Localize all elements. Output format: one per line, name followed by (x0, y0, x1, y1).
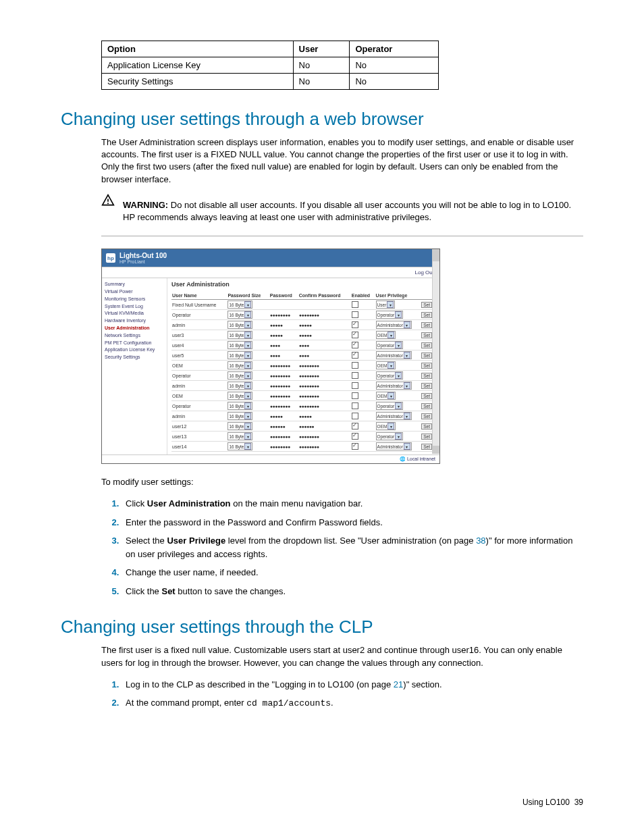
set-button[interactable]: Set (421, 353, 432, 359)
sidebar-item[interactable]: System Event Log (105, 303, 164, 310)
username-cell[interactable]: admin (171, 381, 227, 391)
enabled-checkbox[interactable] (352, 433, 358, 440)
enabled-checkbox[interactable] (352, 392, 358, 399)
privilege-select[interactable]: User▾ (376, 301, 396, 309)
username-cell[interactable]: Operator (171, 371, 227, 381)
username-cell[interactable]: OEM (171, 361, 227, 371)
password-field[interactable]: ●●●●●●●● (269, 432, 298, 442)
password-field[interactable]: ●●●●●●●● (269, 401, 298, 411)
password-field[interactable]: ●●●●●● (269, 421, 298, 432)
confirm-password-field[interactable]: ●●●●● (298, 411, 351, 421)
password-field[interactable]: ●●●●●●●● (269, 361, 298, 371)
username-cell[interactable]: Fixed Null Username (171, 300, 227, 310)
sidebar-item[interactable]: Hardware Inventory (105, 317, 164, 324)
username-cell[interactable]: user12 (171, 421, 227, 432)
pwd-size-select[interactable]: 16 Byte▾ (227, 341, 252, 349)
username-cell[interactable]: admin (171, 411, 227, 421)
page-ref-link[interactable]: 21 (394, 679, 403, 689)
username-cell[interactable]: Operator (171, 401, 227, 411)
username-cell[interactable]: OEM (171, 391, 227, 401)
password-field[interactable] (269, 300, 298, 310)
set-button[interactable]: Set (421, 423, 432, 429)
privilege-select[interactable]: Administrator▾ (376, 382, 412, 390)
privilege-select[interactable]: OEM▾ (376, 331, 396, 339)
set-button[interactable]: Set (421, 363, 432, 369)
pwd-size-select[interactable]: 16 Byte▾ (227, 442, 252, 450)
sidebar-item[interactable]: Summary (105, 281, 164, 288)
sidebar-item[interactable]: Virtual Power (105, 288, 164, 295)
enabled-checkbox[interactable] (352, 382, 358, 389)
enabled-checkbox[interactable] (352, 362, 358, 369)
username-cell[interactable]: admin (171, 320, 227, 330)
enabled-checkbox[interactable] (352, 413, 358, 419)
password-field[interactable]: ●●●●● (269, 320, 298, 330)
privilege-select[interactable]: Operator▾ (376, 402, 404, 410)
pwd-size-select[interactable]: 16 Byte▾ (227, 382, 252, 390)
confirm-password-field[interactable]: ●●●● (298, 340, 351, 350)
privilege-select[interactable]: Operator▾ (376, 311, 404, 319)
confirm-password-field[interactable]: ●●●●●●●● (298, 371, 351, 381)
privilege-select[interactable]: OEM▾ (376, 361, 396, 369)
enabled-checkbox[interactable] (352, 301, 358, 308)
username-cell[interactable]: user3 (171, 330, 227, 340)
username-cell[interactable]: user14 (171, 442, 227, 452)
privilege-select[interactable]: Operator▾ (376, 432, 404, 440)
confirm-password-field[interactable]: ●●●●● (298, 320, 351, 330)
privilege-select[interactable]: Operator▾ (376, 371, 404, 380)
set-button[interactable]: Set (421, 444, 432, 450)
username-cell[interactable]: Operator (171, 310, 227, 320)
set-button[interactable]: Set (421, 403, 432, 409)
confirm-password-field[interactable]: ●●●●●●●● (298, 432, 351, 442)
set-button[interactable]: Set (421, 434, 432, 440)
confirm-password-field[interactable]: ●●●●●●●● (298, 381, 351, 391)
pwd-size-select[interactable]: 16 Byte▾ (227, 422, 252, 430)
enabled-checkbox[interactable] (352, 423, 358, 429)
sidebar-item[interactable]: PM PET Configuration (105, 340, 164, 346)
set-button[interactable]: Set (421, 342, 432, 348)
enabled-checkbox[interactable] (352, 352, 358, 359)
set-button[interactable]: Set (421, 413, 432, 419)
privilege-select[interactable]: OEM▾ (376, 392, 396, 400)
privilege-select[interactable]: Administrator▾ (376, 442, 412, 450)
pwd-size-select[interactable]: 16 Byte▾ (227, 331, 252, 339)
pwd-size-select[interactable]: 16 Byte▾ (227, 351, 252, 359)
sidebar-item[interactable]: Virtual KVM/Media (105, 310, 164, 317)
password-field[interactable]: ●●●●●●●● (269, 371, 298, 381)
username-cell[interactable]: user4 (171, 340, 227, 350)
pwd-size-select[interactable]: 16 Byte▾ (227, 321, 252, 329)
pwd-size-select[interactable]: 16 Byte▾ (227, 392, 252, 400)
set-button[interactable]: Set (421, 302, 432, 308)
logout-link[interactable]: Log Out (415, 269, 434, 276)
enabled-checkbox[interactable] (352, 372, 358, 379)
username-cell[interactable]: user13 (171, 432, 227, 442)
pwd-size-select[interactable]: 16 Byte▾ (227, 432, 252, 440)
confirm-password-field[interactable]: ●●●●●●●● (298, 310, 351, 320)
scrollbar[interactable] (432, 249, 439, 454)
password-field[interactable]: ●●●●●●●● (269, 310, 298, 320)
confirm-password-field[interactable] (298, 300, 351, 310)
enabled-checkbox[interactable] (352, 332, 358, 338)
pwd-size-select[interactable]: 16 Byte▾ (227, 402, 252, 410)
username-cell[interactable]: user5 (171, 350, 227, 361)
pwd-size-select[interactable]: 16 Byte▾ (227, 361, 252, 369)
privilege-select[interactable]: Administrator▾ (376, 412, 412, 420)
password-field[interactable]: ●●●●● (269, 330, 298, 340)
set-button[interactable]: Set (421, 393, 432, 399)
privilege-select[interactable]: Administrator▾ (376, 321, 412, 329)
password-field[interactable]: ●●●●●●●● (269, 391, 298, 401)
confirm-password-field[interactable]: ●●●●● (298, 330, 351, 340)
set-button[interactable]: Set (421, 322, 432, 328)
page-ref-link[interactable]: 38 (476, 536, 485, 546)
privilege-select[interactable]: Administrator▾ (376, 351, 412, 359)
enabled-checkbox[interactable] (352, 311, 358, 318)
sidebar-item[interactable]: User Administration (105, 325, 164, 332)
password-field[interactable]: ●●●●●●●● (269, 381, 298, 391)
confirm-password-field[interactable]: ●●●●●●●● (298, 361, 351, 371)
password-field[interactable]: ●●●●● (269, 411, 298, 421)
set-button[interactable]: Set (421, 373, 432, 379)
set-button[interactable]: Set (421, 383, 432, 389)
sidebar-item[interactable]: Monitoring Sensors (105, 296, 164, 303)
enabled-checkbox[interactable] (352, 443, 358, 450)
password-field[interactable]: ●●●●●●●● (269, 442, 298, 452)
sidebar-item[interactable]: Security Settings (105, 354, 164, 361)
